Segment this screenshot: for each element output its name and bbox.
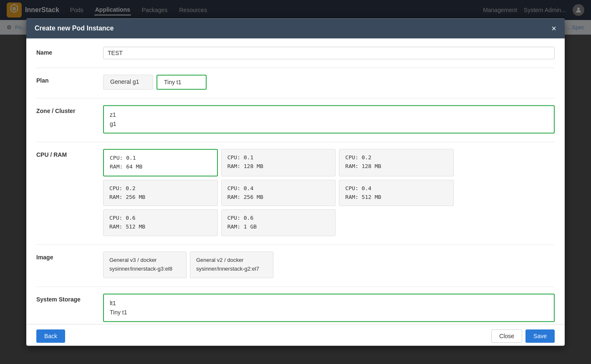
modal-title: Create new Pod Instance (35, 25, 114, 32)
create-pod-modal: Create new Pod Instance × Name Plan Gene… (26, 18, 565, 35)
modal-close-button[interactable]: × (551, 24, 556, 33)
modal-header: Create new Pod Instance × (26, 18, 565, 35)
